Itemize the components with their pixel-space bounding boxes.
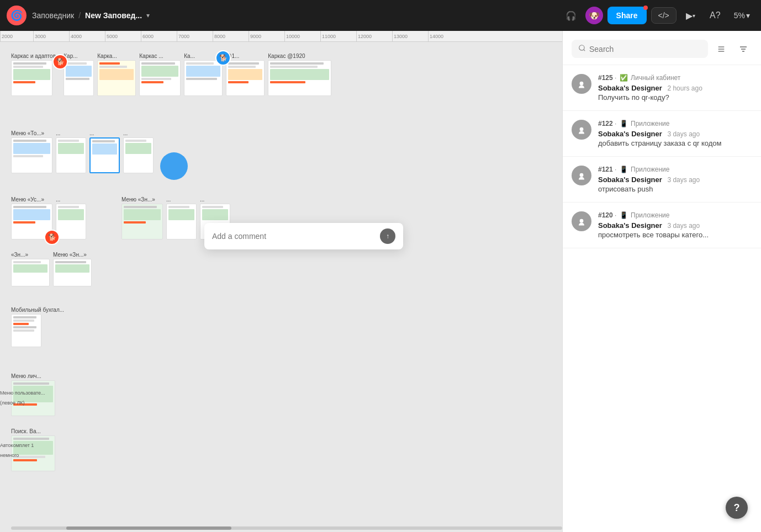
ruler-mark: 8000: [213, 31, 249, 41]
canvas-area[interactable]: 2000 3000 4000 5000 6000 7000 8000 9000 …: [0, 31, 562, 532]
frame-label: ...: [56, 196, 86, 203]
comment-send-button[interactable]: ↑: [380, 228, 395, 244]
play-button[interactable]: ▶ ▾: [681, 6, 701, 25]
user-avatar-icon: 🐶: [589, 10, 600, 21]
frame-item[interactable]: ...: [166, 196, 197, 240]
frame-thumbnail[interactable]: [64, 60, 94, 96]
comment-input[interactable]: [212, 232, 374, 241]
frame-thumbnail[interactable]: [226, 60, 265, 96]
frame-item[interactable]: Карка...: [97, 53, 136, 96]
comment-id: #120: [598, 211, 613, 219]
breadcrumb-separator: /: [78, 11, 81, 20]
frames-row-5: Мобильный бухгал...: [11, 307, 64, 347]
frame-thumbnail[interactable]: [56, 137, 86, 173]
frame-thumbnail[interactable]: [268, 60, 331, 96]
comment-item[interactable]: #125 · ✅ Личный кабинет Sobaka's Designe…: [563, 65, 761, 111]
comment-separator: ·: [615, 166, 619, 173]
frame-label: Каркас ...: [139, 53, 181, 59]
frame-thumbnail[interactable]: [11, 60, 52, 96]
frame-thumbnail[interactable]: [121, 204, 163, 240]
ruler-mark: 10000: [284, 31, 320, 41]
cursor-indicator: [160, 152, 188, 180]
svg-point-4: [580, 82, 584, 86]
avatar-icon: 🐕: [56, 58, 65, 66]
user-avatar-overlay-2[interactable]: 🐕: [44, 230, 60, 245]
frame-label: Меню «Зн...»: [53, 252, 92, 258]
side-label-2: Автокомплет 1немного: [0, 439, 50, 459]
comment-item[interactable]: #122 · 📱 Приложение Sobaka's Designer 3 …: [563, 111, 761, 157]
frame-label: Карка...: [97, 53, 136, 59]
comment-body: #125 · ✅ Личный кабинет Sobaka's Designe…: [598, 74, 752, 102]
frame-item[interactable]: ...: [89, 130, 120, 173]
logo-button[interactable]: 🌀: [7, 6, 27, 25]
comment-author: Sobaka's Designer: [598, 221, 662, 230]
svg-point-6: [580, 173, 584, 177]
comment-text: отрисовать push: [598, 185, 752, 193]
notification-dot: [643, 6, 648, 10]
frame-item[interactable]: Каркас @1920: [268, 53, 331, 96]
frame-item[interactable]: Мобильный бухгал...: [11, 307, 64, 347]
font-icon: A?: [710, 10, 721, 20]
search-input[interactable]: [589, 45, 701, 54]
frame-thumbnail[interactable]: [139, 60, 181, 96]
comment-author: Sobaka's Designer: [598, 84, 662, 92]
comment-separator: ·: [615, 74, 619, 82]
comment-tag-label: Приложение: [631, 166, 669, 173]
frame-item[interactable]: ...: [56, 130, 86, 173]
canvas-content[interactable]: Каркас и адаптов... Кар...: [0, 42, 562, 532]
topbar-actions: 🎧 🐶 Share </> ▶ ▾ A? 5% ▾: [561, 6, 754, 25]
frame-thumbnail[interactable]: [184, 60, 223, 96]
play-chevron-icon: ▾: [693, 13, 695, 19]
comment-avatar: [572, 166, 591, 185]
user-avatar-overlay-blue[interactable]: 🐕: [215, 50, 231, 66]
frame-label: Мобильный бухгал...: [11, 307, 64, 313]
frame-item[interactable]: «Зн...»: [11, 252, 50, 286]
help-button[interactable]: ?: [726, 497, 748, 519]
comment-item[interactable]: #121 · 📱 Приложение Sobaka's Designer 3 …: [563, 157, 761, 203]
frame-thumbnail[interactable]: [11, 314, 41, 347]
frame-thumbnail[interactable]: [166, 204, 197, 240]
frame-item[interactable]: Каркас ...: [139, 53, 181, 96]
code-button[interactable]: </>: [651, 7, 677, 24]
comment-avatar: [572, 120, 591, 140]
sort-button[interactable]: [734, 40, 752, 58]
comment-item[interactable]: #120 · 📱 Приложение Sobaka's Designer 3 …: [563, 203, 761, 248]
font-button[interactable]: A?: [705, 6, 725, 25]
chevron-down-icon[interactable]: ▾: [146, 12, 150, 19]
frame-thumbnail[interactable]: [97, 60, 136, 96]
help-icon: ?: [734, 502, 740, 514]
canvas-scrollbar[interactable]: [11, 526, 562, 530]
comment-meta: #122 · 📱 Приложение: [598, 120, 752, 127]
frame-thumbnail[interactable]: [56, 204, 86, 240]
frame-item[interactable]: Меню «То...»: [11, 130, 52, 173]
comment-author-line: Sobaka's Designer 3 days ago: [598, 175, 752, 184]
frame-label: Меню «То...»: [11, 130, 52, 136]
share-button[interactable]: Share: [607, 7, 647, 24]
filter-button[interactable]: [712, 40, 730, 58]
zoom-label: 5%: [734, 11, 745, 20]
zoom-button[interactable]: 5% ▾: [730, 8, 754, 23]
frame-item[interactable]: ...: [56, 196, 86, 240]
frame-item[interactable]: @1...: [226, 53, 265, 96]
avatar-icon: 🐕: [48, 233, 56, 241]
frame-item[interactable]: Кар...: [64, 53, 94, 96]
frame-item[interactable]: ...: [123, 130, 154, 173]
frame-thumbnail[interactable]: [89, 137, 120, 173]
frame-item[interactable]: Меню «Зн...»: [121, 196, 163, 240]
side-label-text-2: Автокомплет 1немного: [0, 443, 34, 458]
frame-thumbnail[interactable]: [123, 137, 154, 173]
frame-thumbnail[interactable]: [53, 259, 92, 286]
comment-tag-icon: 📱: [620, 120, 628, 127]
comment-body: #121 · 📱 Приложение Sobaka's Designer 3 …: [598, 166, 752, 193]
headphones-button[interactable]: 🎧: [561, 6, 581, 25]
play-icon: ▶: [686, 10, 693, 21]
avatar-button[interactable]: 🐶: [585, 7, 603, 24]
share-label: Share: [616, 11, 638, 20]
comments-list[interactable]: #125 · ✅ Личный кабинет Sobaka's Designe…: [563, 65, 761, 532]
frame-thumbnail[interactable]: [11, 259, 50, 286]
frame-label: ...: [56, 130, 86, 136]
user-avatar-overlay[interactable]: 🐕: [52, 54, 68, 70]
frame-thumbnail[interactable]: [11, 137, 52, 173]
frame-item[interactable]: Меню «Зн...»: [53, 252, 92, 286]
frame-label: Меню «Ус...»: [11, 196, 52, 203]
